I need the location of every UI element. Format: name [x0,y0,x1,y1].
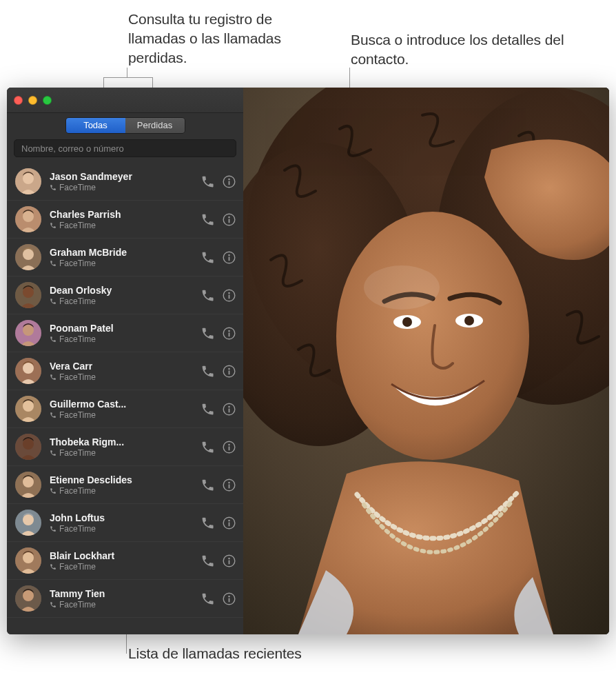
info-button[interactable] [222,326,236,341]
svg-point-11 [23,249,34,260]
tab-all[interactable]: Todas [66,118,125,133]
call-item-meta: Guillermo Cast... FaceTime [50,399,196,420]
info-icon [222,440,236,454]
info-button[interactable] [222,288,236,303]
info-button[interactable] [222,440,236,454]
close-button[interactable] [14,96,23,105]
info-icon [222,250,236,265]
call-button[interactable] [201,440,215,454]
call-filter-tabs: Todas Perdidas [7,113,243,139]
phone-icon [201,516,215,530]
avatar [15,244,41,270]
call-button[interactable] [201,326,215,341]
contact-name: Vera Carr [50,361,196,372]
call-button[interactable] [201,212,215,227]
video-preview [243,88,609,634]
info-icon [222,174,236,189]
service-label: FaceTime [59,259,96,268]
svg-point-66 [402,317,412,327]
call-button[interactable] [201,174,215,189]
service-label: FaceTime [59,600,96,610]
zoom-button[interactable] [43,96,52,105]
phone-icon [201,212,215,227]
call-item-meta: Vera Carr FaceTime [50,361,196,382]
call-list-item[interactable]: Charles Parrish FaceTime [7,201,243,239]
info-button[interactable] [222,402,236,416]
phone-icon [201,554,215,568]
svg-point-13 [228,254,229,255]
call-button[interactable] [201,402,215,416]
svg-point-69 [364,265,440,310]
info-button[interactable] [222,478,236,492]
service-label: FaceTime [59,221,96,230]
sidebar: Todas Perdidas Jason Sandmeyer FaceTime [7,88,243,634]
call-list-item[interactable]: Thobeka Rigm... FaceTime [7,428,243,466]
call-list-item[interactable]: John Loftus FaceTime [7,504,243,542]
call-button[interactable] [201,554,215,568]
call-button[interactable] [201,364,215,379]
service-label: FaceTime [59,372,96,382]
recent-calls-list: Jason Sandmeyer FaceTime Charl [7,163,243,634]
call-item-meta: Tammy Tien FaceTime [50,588,196,610]
svg-rect-34 [229,408,230,412]
phone-small-icon [50,336,57,343]
info-button[interactable] [222,554,236,568]
info-button[interactable] [222,364,236,379]
search-input[interactable] [14,139,236,157]
avatar [15,358,41,384]
info-icon [222,364,236,379]
svg-rect-24 [229,332,230,336]
call-list-item[interactable]: Vera Carr FaceTime [7,352,243,390]
info-icon [222,478,236,492]
avatar [15,585,41,612]
avatar [15,168,41,194]
call-type: FaceTime [50,410,196,420]
phone-small-icon [50,374,57,381]
call-item-meta: Charles Parrish FaceTime [50,209,196,230]
call-button[interactable] [201,288,215,303]
call-list-item[interactable]: Blair Lockhart FaceTime [7,542,243,580]
contact-name: Etienne Desclides [50,474,196,485]
call-item-meta: Jason Sandmeyer FaceTime [50,171,196,192]
phone-small-icon [50,298,57,305]
titlebar [7,88,243,113]
contact-name: Jason Sandmeyer [50,171,196,182]
avatar [15,396,41,422]
call-list-item[interactable]: Graham McBride FaceTime [7,239,243,276]
svg-point-38 [228,443,229,445]
svg-rect-44 [229,484,230,488]
call-button[interactable] [201,250,215,265]
call-type: FaceTime [50,334,196,344]
info-button[interactable] [222,592,236,606]
call-list-item[interactable]: Poonam Patel FaceTime [7,314,243,352]
call-button[interactable] [201,478,215,492]
phone-icon [201,174,215,189]
call-list-item[interactable]: Guillermo Cast... FaceTime [7,390,243,428]
avatar [15,434,41,460]
info-button[interactable] [222,250,236,265]
info-button[interactable] [222,174,236,189]
call-list-item[interactable]: Dean Orlosky FaceTime [7,276,243,314]
info-button[interactable] [222,516,236,530]
info-icon [222,288,236,303]
phone-icon [201,288,215,303]
call-list-item[interactable]: Tammy Tien FaceTime [7,580,243,618]
svg-point-18 [228,292,229,293]
window-controls [14,96,52,105]
call-item-meta: John Loftus FaceTime [50,512,196,534]
call-type: FaceTime [50,259,196,268]
svg-rect-14 [229,256,230,261]
info-button[interactable] [222,212,236,227]
phone-small-icon [50,260,57,267]
tab-missed[interactable]: Perdidas [125,118,185,133]
call-button[interactable] [201,592,215,606]
call-button[interactable] [201,516,215,530]
svg-point-1 [23,173,34,184]
service-label: FaceTime [59,183,96,192]
svg-point-36 [23,439,34,450]
minimize-button[interactable] [28,96,37,105]
callout-line [126,634,127,654]
call-list-item[interactable]: Etienne Desclides FaceTime [7,466,243,504]
call-list-item[interactable]: Jason Sandmeyer FaceTime [7,163,243,201]
info-icon [222,326,236,341]
